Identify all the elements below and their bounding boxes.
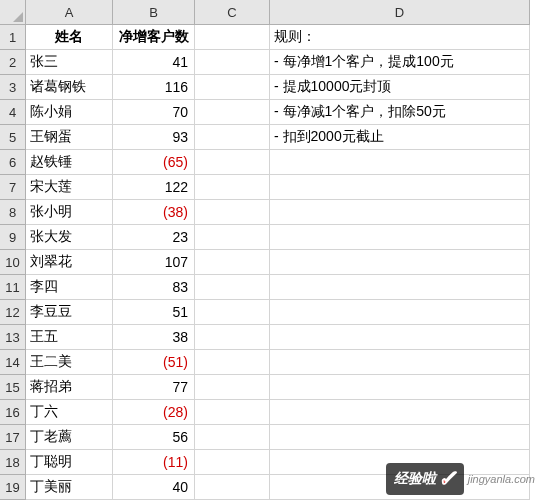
row-header-16[interactable]: 16 [0,400,26,425]
row-header-15[interactable]: 15 [0,375,26,400]
cell-C12[interactable] [195,300,270,325]
cell-A3[interactable]: 诸葛钢铁 [26,75,113,100]
cell-D6[interactable] [270,150,530,175]
cell-B6[interactable]: (65) [113,150,195,175]
cell-C2[interactable] [195,50,270,75]
row-header-4[interactable]: 4 [0,100,26,125]
cell-C3[interactable] [195,75,270,100]
row-header-13[interactable]: 13 [0,325,26,350]
cell-A9[interactable]: 张大发 [26,225,113,250]
cell-D4[interactable]: - 每净减1个客户，扣除50元 [270,100,530,125]
cell-A10[interactable]: 刘翠花 [26,250,113,275]
cell-A5[interactable]: 王钢蛋 [26,125,113,150]
cell-D13[interactable] [270,325,530,350]
cell-B13[interactable]: 38 [113,325,195,350]
cell-B2[interactable]: 41 [113,50,195,75]
cell-B10[interactable]: 107 [113,250,195,275]
cell-C4[interactable] [195,100,270,125]
cell-B5[interactable]: 93 [113,125,195,150]
row-header-7[interactable]: 7 [0,175,26,200]
cell-B4[interactable]: 70 [113,100,195,125]
cell-A7[interactable]: 宋大莲 [26,175,113,200]
cell-C15[interactable] [195,375,270,400]
cell-B7[interactable]: 122 [113,175,195,200]
cell-B1[interactable]: 净增客户数 [113,25,195,50]
spreadsheet-grid[interactable]: ABCD1姓名净增客户数规则：2张三41- 每净增1个客户，提成100元3诸葛钢… [0,0,543,500]
cell-D12[interactable] [270,300,530,325]
cell-C18[interactable] [195,450,270,475]
cell-A12[interactable]: 李豆豆 [26,300,113,325]
column-header-B[interactable]: B [113,0,195,25]
cell-C5[interactable] [195,125,270,150]
cell-A2[interactable]: 张三 [26,50,113,75]
cell-C16[interactable] [195,400,270,425]
cell-D2[interactable]: - 每净增1个客户，提成100元 [270,50,530,75]
cell-D16[interactable] [270,400,530,425]
cell-C13[interactable] [195,325,270,350]
cell-C11[interactable] [195,275,270,300]
row-header-5[interactable]: 5 [0,125,26,150]
cell-D11[interactable] [270,275,530,300]
cell-A13[interactable]: 王五 [26,325,113,350]
cell-D17[interactable] [270,425,530,450]
cell-D8[interactable] [270,200,530,225]
cell-D5[interactable]: - 扣到2000元截止 [270,125,530,150]
cell-A11[interactable]: 李四 [26,275,113,300]
row-header-2[interactable]: 2 [0,50,26,75]
cell-B8[interactable]: (38) [113,200,195,225]
cell-D3[interactable]: - 提成10000元封顶 [270,75,530,100]
cell-A19[interactable]: 丁美丽 [26,475,113,500]
cell-C8[interactable] [195,200,270,225]
row-header-10[interactable]: 10 [0,250,26,275]
cell-A6[interactable]: 赵铁锤 [26,150,113,175]
cell-B18[interactable]: (11) [113,450,195,475]
cell-C10[interactable] [195,250,270,275]
column-header-C[interactable]: C [195,0,270,25]
row-header-6[interactable]: 6 [0,150,26,175]
cell-D10[interactable] [270,250,530,275]
cell-B3[interactable]: 116 [113,75,195,100]
column-header-A[interactable]: A [26,0,113,25]
cell-C6[interactable] [195,150,270,175]
cell-D1[interactable]: 规则： [270,25,530,50]
cell-D9[interactable] [270,225,530,250]
row-header-14[interactable]: 14 [0,350,26,375]
cell-C7[interactable] [195,175,270,200]
cell-B16[interactable]: (28) [113,400,195,425]
cell-B15[interactable]: 77 [113,375,195,400]
cell-A4[interactable]: 陈小娟 [26,100,113,125]
cell-B17[interactable]: 56 [113,425,195,450]
column-header-D[interactable]: D [270,0,530,25]
cell-D7[interactable] [270,175,530,200]
cell-A8[interactable]: 张小明 [26,200,113,225]
cell-A1[interactable]: 姓名 [26,25,113,50]
row-header-17[interactable]: 17 [0,425,26,450]
cell-A15[interactable]: 蒋招弟 [26,375,113,400]
cell-D14[interactable] [270,350,530,375]
cell-C9[interactable] [195,225,270,250]
row-header-18[interactable]: 18 [0,450,26,475]
cell-B11[interactable]: 83 [113,275,195,300]
row-header-1[interactable]: 1 [0,25,26,50]
row-header-11[interactable]: 11 [0,275,26,300]
cell-A14[interactable]: 王二美 [26,350,113,375]
cell-D15[interactable] [270,375,530,400]
row-header-12[interactable]: 12 [0,300,26,325]
cell-C17[interactable] [195,425,270,450]
row-header-9[interactable]: 9 [0,225,26,250]
watermark-url: jingyanla.com [468,473,535,485]
cell-B19[interactable]: 40 [113,475,195,500]
cell-B12[interactable]: 51 [113,300,195,325]
cell-B14[interactable]: (51) [113,350,195,375]
row-header-19[interactable]: 19 [0,475,26,500]
cell-A16[interactable]: 丁六 [26,400,113,425]
row-header-8[interactable]: 8 [0,200,26,225]
cell-A18[interactable]: 丁聪明 [26,450,113,475]
cell-C19[interactable] [195,475,270,500]
cell-C14[interactable] [195,350,270,375]
cell-B9[interactable]: 23 [113,225,195,250]
cell-C1[interactable] [195,25,270,50]
select-all-corner[interactable] [0,0,26,25]
row-header-3[interactable]: 3 [0,75,26,100]
cell-A17[interactable]: 丁老薦 [26,425,113,450]
